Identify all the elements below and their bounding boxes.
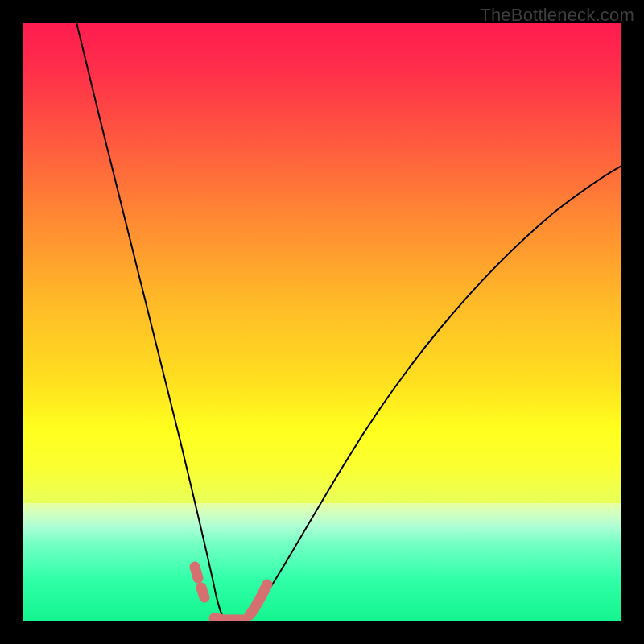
marker-right-upper xyxy=(263,584,267,592)
curve-left xyxy=(76,23,227,621)
marker-right-mid xyxy=(256,596,262,605)
chart-svg xyxy=(23,23,621,621)
chart-area xyxy=(23,23,621,621)
curve-right xyxy=(238,166,621,621)
marker-left-lower xyxy=(201,588,204,597)
marker-left-upper xyxy=(195,567,198,578)
